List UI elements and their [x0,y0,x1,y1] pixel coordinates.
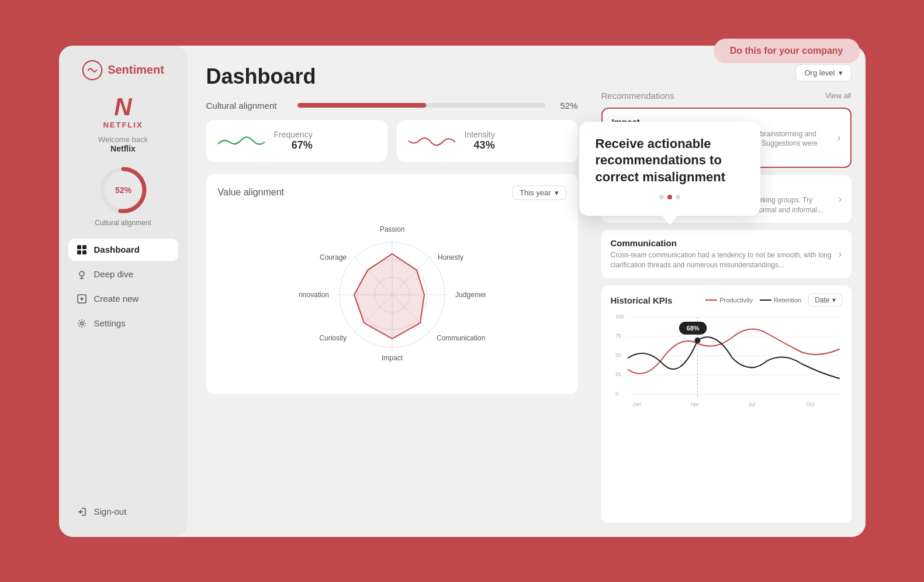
tooltip-arrow [662,215,678,225]
legend-retention-label: Retention [774,297,801,304]
dot-1 [659,195,664,199]
sidebar-item-deep-dive[interactable]: Deep dive [68,263,178,285]
rec-card-communication-content: Communication Cross-team communication h… [611,238,833,270]
svg-text:50: 50 [615,352,621,358]
intensity-value: 43% [474,139,495,151]
rec-chevron-honesty-icon: › [839,193,842,205]
tooltip-dots [596,195,744,199]
svg-text:Innovation: Innovation [299,291,329,299]
tooltip-popup: Receive actionable recommendations to co… [579,122,760,216]
svg-text:Curiosity: Curiosity [319,334,347,342]
cultural-alignment-percent: 52% [555,101,578,111]
svg-text:100: 100 [615,314,624,319]
legend-productivity: Productivity [705,297,753,304]
svg-text:Passion: Passion [379,225,404,233]
svg-text:75: 75 [615,333,621,339]
company-name: Netflix [110,144,136,153]
dot-3 [676,195,680,199]
rec-card-communication-title: Communication [611,238,833,248]
netflix-brand-label: NETFLIX [103,120,143,129]
svg-text:Apr: Apr [690,401,698,407]
sidebar-item-label-deep-dive: Deep dive [94,269,134,279]
kpi-chart: 100 75 50 25 0 Jan Apr Jul Oct [611,311,842,411]
sidebar-item-create-new[interactable]: Create new [68,288,178,310]
value-alignment-header: Value alignment This year ▾ [218,185,566,200]
welcome-text: Welcome back [98,135,148,144]
logo-area: Sentiment [82,60,164,81]
progress-bar-fill [297,103,426,108]
svg-marker-26 [354,254,424,339]
rec-card-communication[interactable]: Communication Cross-team communication h… [601,230,852,278]
tooltip-text: Receive actionable recommendations to co… [596,136,744,186]
svg-text:Judgement: Judgement [455,291,486,299]
svg-text:Jan: Jan [632,401,641,407]
frequency-value: 67% [292,139,313,151]
sidebar-item-dashboard[interactable]: Dashboard [68,239,178,261]
kpi-title: Historical KPIs [611,295,673,305]
cultural-alignment-label: Cultural alignment [206,101,288,111]
metric-cards: Frequency 67% Intensity 43% [206,120,578,162]
intensity-label: Intensity [465,130,495,139]
netflix-n-logo: N [114,95,131,119]
sidebar-item-label-settings: Settings [94,318,126,328]
main-content: Dashboard Cultural alignment 52% Frequen… [188,46,597,537]
historical-kpis: Historical KPIs Productivity Retention [601,285,852,522]
frequency-label: Frequency [274,130,313,139]
create-new-icon [77,294,87,304]
date-filter-button[interactable]: Date ▾ [808,294,842,307]
app-name: Sentiment [108,63,164,77]
rec-card-communication-desc: Cross-team communication had a tendency … [611,250,833,270]
svg-rect-4 [77,245,81,249]
sidebar-bottom: Sign-out [59,501,188,523]
svg-text:25: 25 [615,371,621,377]
progress-bar-container [297,103,545,108]
deep-dive-icon [77,269,87,280]
nav-section: Dashboard Deep dive [59,239,188,335]
svg-rect-5 [82,245,86,249]
kpi-legend: Productivity Retention [705,297,801,304]
chevron-down-icon: ▾ [555,188,559,197]
sidebar-item-settings[interactable]: Settings [68,312,178,335]
sidebar-item-label-create-new: Create new [94,294,139,304]
outer-shell: Do this for your company Sentiment N NET… [30,22,895,560]
metric-card-frequency: Frequency 67% [206,120,387,162]
svg-text:Jul: Jul [748,401,755,407]
org-level-button[interactable]: Org level ▾ [795,64,851,81]
svg-point-14 [80,322,83,325]
dot-2 [667,195,672,199]
svg-text:Oct: Oct [806,401,814,407]
sign-out-label: Sign-out [94,507,127,516]
recommendations-header: Recommendations View all [601,91,852,101]
intensity-sparkline [409,129,455,153]
cultural-alignment-circle: 52% [97,164,150,216]
svg-point-8 [79,271,84,276]
rec-chevron-icon: › [838,132,841,144]
svg-rect-7 [82,250,86,254]
dashboard-title: Dashboard [206,64,578,89]
sidebar: Sentiment N NETFLIX Welcome back Netflix… [59,46,188,537]
sentiment-logo-icon [82,60,103,81]
settings-icon [77,318,87,329]
sign-out-item[interactable]: Sign-out [68,501,178,523]
legend-productivity-label: Productivity [719,297,753,304]
org-level-label: Org level [804,68,835,77]
recommendations-label: Recommendations [601,91,674,101]
frequency-sparkline [218,129,265,153]
cta-button[interactable]: Do this for your company [714,39,860,63]
cultural-alignment-row: Cultural alignment 52% [206,101,578,111]
value-alignment-card: Value alignment This year ▾ [206,174,578,394]
legend-retention: Retention [760,297,801,304]
view-all-link[interactable]: View all [825,91,852,100]
svg-text:Communication: Communication [437,334,485,342]
circle-label: Cultural alignment [95,219,151,227]
svg-rect-6 [77,250,81,254]
chevron-down-icon: ▾ [832,296,836,304]
value-alignment-title: Value alignment [218,187,285,198]
this-year-filter[interactable]: This year ▾ [512,185,566,200]
dashboard-icon [77,244,87,255]
svg-text:0: 0 [615,391,618,397]
radar-container: Passion Honesty Judgement Communication … [218,207,566,383]
svg-text:Impact: Impact [381,354,403,362]
main-card: Sentiment N NETFLIX Welcome back Netflix… [59,46,866,537]
svg-text:68%: 68% [686,325,699,332]
